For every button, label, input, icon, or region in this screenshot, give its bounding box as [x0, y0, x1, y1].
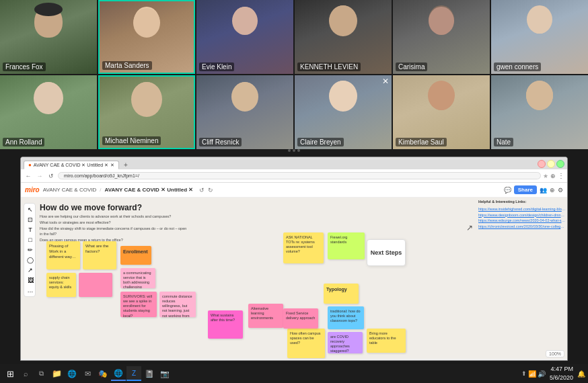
address-text: miro.com/app/board/o9J_knJfpm1=/ — [64, 173, 139, 178]
cursor-indicator: ↗ — [466, 223, 473, 232]
sticky-small-1: supply chain services: equity & skills — [46, 273, 76, 297]
forward-button[interactable]: → — [35, 171, 44, 181]
browser-window[interactable]: ● AVANY CAE & COVID ✕ Untitled ✕ ✕ + ← →… — [20, 157, 568, 361]
sticky-fiewel: Fiewel.org standards — [328, 232, 365, 259]
participant-name-kimberlae-saul: Kimberlae Saul — [396, 138, 447, 146]
participant-name-gwen-conners: gwen conners — [494, 62, 541, 71]
link-2[interactable]: https://www.designboom.com/design/childr… — [478, 212, 566, 218]
minimize-button[interactable] — [538, 160, 546, 168]
participant-name-ann-rolland: Ann Rolland — [3, 138, 44, 146]
volume-icon[interactable]: 🔊 — [538, 370, 546, 378]
comment-icon[interactable]: 💬 — [504, 187, 511, 194]
taskbar-teams[interactable]: 🎭 — [96, 366, 110, 381]
participant-name-nate: Nate — [494, 138, 513, 146]
frame-tool[interactable]: ⊡ — [26, 215, 35, 224]
participant-tile-marta-sanders: Marta Sanders — [98, 0, 195, 74]
reload-button[interactable]: ↺ — [46, 171, 56, 181]
close-button[interactable] — [556, 160, 564, 168]
screen-share-area: ● AVANY CAE & COVID ✕ Untitled ✕ ✕ + ← →… — [0, 153, 588, 364]
text-tool[interactable]: T — [26, 225, 35, 235]
cursor-tool[interactable]: ↖ — [26, 205, 35, 214]
back-button[interactable]: ← — [24, 171, 33, 181]
taskbar: ⊞ ⌕ ⧉ 📁 🌐 ✉ 🎭 🌐 Z 📓 📷 ⬆ 📶 🔊 4:47 PM 5/6/… — [0, 364, 588, 383]
address-bar[interactable]: miro.com/app/board/o9J_knJfpm1=/ — [58, 172, 541, 179]
taskbar-mail[interactable]: ✉ — [80, 366, 95, 381]
miro-logo-icon: miro — [25, 186, 40, 194]
extensions-icon[interactable]: ⊕ — [550, 173, 556, 179]
sticky-traditional: traditional: how do you think about clas… — [328, 306, 364, 329]
sticky-typology: Typology — [324, 284, 359, 304]
close-participant-icon[interactable]: ✕ — [382, 77, 389, 86]
zoom-icon[interactable]: ⊕ — [550, 187, 555, 194]
pen-tool[interactable]: ✏ — [26, 245, 35, 255]
question-1: How are we helping our clients to advanc… — [40, 214, 188, 220]
taskbar-onenote[interactable]: 📓 — [142, 366, 157, 381]
participant-tile-michael-nieminen: Michael Nieminen — [98, 75, 195, 149]
maximize-button[interactable] — [547, 160, 555, 168]
participant-name-michael-nieminen: Michael Nieminen — [102, 136, 161, 145]
sticky-commute: commute distance reduces willingness, bu… — [159, 292, 196, 317]
sticky-ask-national: ASK NATIONAL TOTs re: systems assessment… — [283, 232, 324, 263]
link-4[interactable]: https://chroniclevoiced.com/2020/03/30/o… — [478, 224, 566, 230]
bookmark-icon[interactable]: ★ — [543, 173, 548, 179]
participant-tile-kenneth-levien: KENNETH LEVIEN — [295, 0, 392, 74]
question-3: How did the strategy shift to stage imme… — [40, 226, 188, 238]
new-tab-button[interactable]: + — [120, 161, 131, 169]
task-view[interactable]: ⧉ — [34, 366, 48, 381]
start-button[interactable]: ⊞ — [3, 366, 17, 381]
notifications-icon[interactable]: 🔔 — [577, 370, 585, 378]
browser-tabbar: ● AVANY CAE & COVID ✕ Untitled ✕ ✕ + — [21, 157, 567, 169]
miro-left-toolbar: ↖ ⊡ T □ ✏ ◯ ↗ 🖼 … — [24, 203, 36, 297]
connector-tool[interactable]: ↗ — [26, 265, 35, 275]
participant-name-evie-klein: Evie Klein — [199, 62, 234, 71]
image-tool[interactable]: 🖼 — [26, 275, 35, 285]
users-icon[interactable]: 👥 — [540, 187, 547, 194]
taskbar-explorer[interactable]: 📁 — [49, 366, 64, 381]
search-taskbar[interactable]: ⌕ — [18, 366, 33, 381]
video-grid: Frances Fox Marta Sanders Evie Klein KEN… — [0, 0, 588, 148]
shape-tool[interactable]: ◯ — [26, 255, 35, 265]
sticky-phasing: Phasing of Work in a different way… — [46, 241, 80, 269]
participant-tile-nate: Nate — [491, 75, 588, 149]
sticky-what-sustains: What sustains after this time? — [208, 310, 243, 339]
miro-board-name: AVANY CAE & COVID ✕ Untitled ✕ — [104, 187, 193, 193]
participant-name-claire-breyen: Claire Breyen — [297, 138, 344, 146]
board-main-title: How do we move forward? — [40, 203, 142, 212]
participant-name-cliff-resnick: Cliff Resnick — [199, 138, 242, 146]
taskbar-camera[interactable]: 📷 — [157, 366, 172, 381]
clock-date: 5/6/2020 — [550, 374, 573, 382]
taskbar-up-arrow[interactable]: ⬆ — [521, 370, 527, 377]
participant-tile-evie-klein: Evie Klein — [196, 0, 293, 74]
helpful-links-panel: Helpful & Interesting Links: https://www… — [478, 199, 566, 230]
sticky-small-2 — [79, 273, 112, 297]
taskbar-clock: 4:47 PM 5/6/2020 — [547, 365, 576, 382]
sticky-covid: are COVID recovery approaches staggered? — [328, 332, 363, 353]
undo-icon[interactable]: ↺ — [199, 187, 205, 194]
question-2: What tools or strategies are most effect… — [40, 220, 188, 226]
questions-block: How are we helping our clients to advanc… — [40, 214, 188, 243]
participant-tile-ann-rolland: Ann Rolland — [0, 75, 97, 149]
link-1[interactable]: https://www.insidehighered.com/digital-l… — [478, 206, 566, 212]
miro-breadcrumb-avany[interactable]: AVANY CAE & COVID — [43, 187, 97, 193]
network-icon[interactable]: 📶 — [528, 370, 536, 378]
participant-name-marta-sanders: Marta Sanders — [102, 61, 152, 70]
participant-tile-cliff-resnick: Cliff Resnick — [196, 75, 293, 149]
sticky-tool[interactable]: □ — [26, 235, 35, 245]
menu-icon[interactable]: ⋮ — [558, 172, 564, 179]
taskbar-chrome[interactable]: 🌐 — [111, 366, 126, 381]
zoom-level: 100% — [546, 350, 564, 357]
helpful-links-label: Helpful & Interesting Links: — [478, 199, 566, 205]
miro-canvas-area[interactable]: ↖ ⊡ T □ ✏ ◯ ↗ 🖼 … How do we move forward… — [21, 198, 567, 359]
sticky-enrollment: Enrollment — [120, 246, 151, 265]
taskbar-edge[interactable]: 🌐 — [65, 366, 79, 381]
sticky-small-3: a communicating service that is both add… — [120, 268, 155, 288]
participant-tile-frances-fox: Frances Fox — [0, 0, 97, 74]
taskbar-zoom[interactable]: Z — [126, 366, 141, 381]
settings-icon[interactable]: ⚙ — [558, 187, 563, 194]
participant-name-frances-fox: Frances Fox — [3, 62, 46, 71]
redo-icon[interactable]: ↻ — [208, 187, 213, 194]
link-3[interactable]: https://www.edsurge.com/news/2020-04-02-… — [478, 218, 566, 224]
share-button[interactable]: Share — [514, 185, 537, 194]
browser-tab-active[interactable]: ● AVANY CAE & COVID ✕ Untitled ✕ ✕ — [24, 161, 119, 169]
more-tools[interactable]: … — [26, 286, 35, 295]
